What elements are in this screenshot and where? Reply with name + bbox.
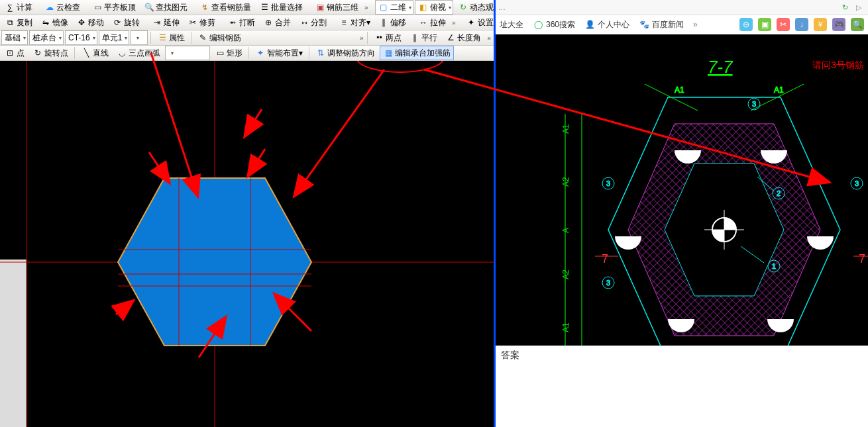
rotpoint-icon: ↻ [32,48,43,58]
offset-button[interactable]: ∥偏移 [375,15,409,30]
properties-button[interactable]: ☰属性 [154,30,188,45]
dynamic-observe-button[interactable]: ↻动态观察 [455,0,494,15]
point-button[interactable]: ⊡点 [1,46,28,60]
chamfer-button[interactable]: ∠长度角 [442,30,484,45]
arc3pt-button[interactable]: ◡三点画弧 [113,46,164,60]
flatten-button[interactable]: ▭平齐板顶 [89,0,139,15]
browser-tool-icons: ⊖ ▣ ✂ ↓ ￥ 🎮 🔍 [739,18,864,31]
svg-text:3: 3 [606,179,610,187]
rotate-point-button[interactable]: ↻旋转点 [29,46,72,60]
copy-icon: ⧉ [5,17,15,28]
rect-icon: ▭ [215,48,225,58]
move-icon: ✥ [76,17,87,28]
adjust-rebar-dir-button[interactable]: ⇅调整钢筋方向 [312,46,378,60]
pilecap-dropdown[interactable]: 桩承台▾ [29,30,64,45]
more-icon[interactable]: » [451,19,457,26]
point-icon: ⊡ [5,48,15,58]
break-button[interactable]: ⥇打断 [224,15,258,30]
tool-icon-2[interactable]: ▣ [758,18,771,31]
scissors-icon[interactable]: ✂ [777,18,790,31]
chevron-down-icon: ▾ [93,35,95,41]
browser-url-area: … ↻ ▷ [496,0,868,15]
rect-button[interactable]: ▭矩形 [211,46,246,60]
personal-link[interactable]: 👤个人中心 [584,19,629,30]
svg-text:A2: A2 [561,269,570,279]
game-icon[interactable]: 🎮 [832,18,845,31]
svg-text:A1: A1 [774,85,784,95]
cad-viewport[interactable] [0,61,494,427]
more-icon[interactable]: » [363,4,370,11]
rotate-icon: ⟳ [112,17,123,28]
unit-dropdown[interactable]: 单元1▾ [99,30,130,45]
trim-icon: ✂ [188,17,198,28]
offset-icon: ∥ [378,17,389,28]
reinforce-icon: ▦ [383,48,394,58]
line-button[interactable]: ╲直线 [78,46,112,60]
set-grip-button[interactable]: ✦设置夹点 [462,15,494,30]
more-icon[interactable]: » [486,34,492,42]
two-point-button[interactable]: ••两点 [370,30,405,45]
addr-all-link[interactable]: 址大全 [500,19,523,30]
move-button[interactable]: ✥移动 [73,15,107,30]
extend-button[interactable]: ⇥延伸 [148,15,183,30]
empty-dropdown[interactable]: ▾ [131,30,148,45]
pencil-icon: ✎ [197,32,208,43]
svg-text:1: 1 [772,262,776,270]
split-button[interactable]: ⑅分割 [296,15,330,30]
split-icon: ⑅ [299,17,309,28]
break-icon: ⥇ [227,17,238,28]
trim-button[interactable]: ✂修剪 [184,15,219,30]
stretch-button[interactable]: ↔拉伸 [415,15,449,30]
url-fragment: … [498,3,506,11]
adjust-icon: ⇅ [315,48,326,58]
chevron-down-icon: ▾ [136,35,139,41]
svg-text:A1: A1 [561,124,570,134]
side-mark-left: 7 [602,252,608,265]
find-element-button[interactable]: 🔍查找图元 [140,0,191,15]
refresh-icon[interactable]: ↻ [842,3,848,12]
toolbar-row-1: ∑计算 ☁云检查 ▭平齐板顶 🔍查找图元 ↯查看钢筋量 ☰批量选择 ▣钢筋三维 … [0,0,494,15]
align-button[interactable]: ≡对齐▾ [335,15,374,30]
tool-icon-1[interactable]: ⊖ [739,18,753,31]
mirror-button[interactable]: ⇋镜像 [37,15,72,30]
download-icon[interactable]: ↓ [795,18,808,31]
parallel-button[interactable]: ∥平行 [406,30,441,45]
foundation-dropdown[interactable]: 基础▾ [1,30,28,45]
extend-icon: ⇥ [152,17,162,28]
search-icon[interactable]: 🔍 [851,18,864,31]
view2d-dropdown[interactable]: ▢二维▾ [375,0,413,15]
empty-dropdown-2[interactable]: ▾ [165,46,210,60]
rotate-button[interactable]: ⟳旋转 [109,15,143,30]
stop-icon[interactable]: ▷ [856,3,861,12]
merge-button[interactable]: ⊕合并 [260,15,294,30]
more-icon[interactable]: » [358,34,365,42]
reference-drawing: 请问3号钢筋 7-7 [496,34,868,346]
hexagon-shape [118,178,311,346]
smart-layout-button[interactable]: ✦智能布置▾ [252,46,306,60]
edit-rebar-button[interactable]: ✎编辑钢筋 [194,30,244,45]
calc-button[interactable]: ∑计算 [1,0,36,15]
svg-text:A: A [561,228,570,233]
mirror-icon: ⇋ [40,17,51,28]
topview-dropdown[interactable]: ◧俯视▾ [415,0,453,15]
svg-text:3: 3 [606,279,610,287]
svg-text:3: 3 [855,179,859,187]
angle-icon: ∠ [445,32,456,43]
baidunews-link[interactable]: 🐾百度新闻 [639,19,684,30]
rebar-3d-button[interactable]: ▣钢筋三维 [311,0,362,15]
properties-icon: ☰ [157,32,168,43]
batch-select-button[interactable]: ☰批量选择 [256,0,306,15]
smart-icon: ✦ [255,48,266,58]
topview-icon: ◧ [418,2,429,13]
section-label: 7-7 [708,57,733,77]
cloud-check-button[interactable]: ☁云检查 [41,0,83,15]
chevron-down-icon: ▾ [23,35,26,41]
edit-cap-reinforce-button[interactable]: ▦编辑承台加强筋 [380,46,454,60]
copy-button[interactable]: ⧉复制 [1,15,36,30]
svg-text:A1: A1 [675,85,684,95]
view-rebar-button[interactable]: ↯查看钢筋量 [196,0,254,15]
more-bookmarks[interactable]: » [693,20,698,29]
ct16-dropdown[interactable]: CT-16▾ [65,30,97,45]
money-icon[interactable]: ￥ [814,18,827,31]
360search-link[interactable]: ◯360搜索 [533,19,575,30]
